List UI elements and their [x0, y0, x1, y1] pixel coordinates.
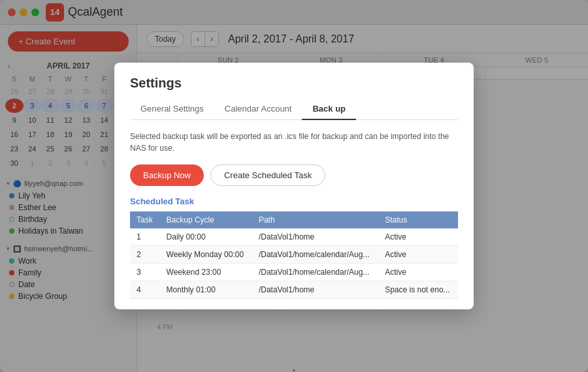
task-cell: Daily 00:00: [160, 228, 252, 246]
scheduled-task-title: Scheduled Task: [137, 196, 458, 206]
status-cell: Active: [378, 246, 458, 264]
status-cell: Space is not eno...: [378, 281, 458, 299]
task-cell: Monthly 01:00: [160, 281, 252, 299]
task-cell: /DataVol1/home/calendar/Aug...: [252, 264, 378, 281]
col-task: Task: [137, 211, 160, 228]
status-cell: Active: [378, 228, 458, 246]
modal-overlay: Settings General Settings Calendar Accou…: [137, 25, 588, 372]
task-cell: /DataVol1/home: [252, 281, 378, 299]
content-area: Today ‹ › April 2, 2017 - April 8, 2017 …: [137, 25, 588, 372]
col-backup-cycle: Backup Cycle: [160, 211, 252, 228]
table-row[interactable]: 1Daily 00:00/DataVol1/homeActive: [137, 228, 458, 246]
col-path: Path: [252, 211, 378, 228]
status-cell: Active: [378, 264, 458, 281]
tab-general-settings[interactable]: General Settings: [137, 99, 214, 120]
app-window: 14 QcalAgent + Create Event ‹ APRIL 2017…: [0, 0, 588, 372]
task-cell: 3: [137, 264, 160, 281]
tab-backup[interactable]: Back up: [302, 99, 356, 120]
task-cell: /DataVol1/home/calendar/Aug...: [252, 246, 378, 264]
task-cell: 4: [137, 281, 160, 299]
modal-body: Selected backup task will be exported as…: [137, 120, 474, 309]
modal-actions: Backup Now Create Scheduled Task: [137, 164, 458, 186]
task-cell: /DataVol1/home: [252, 228, 378, 246]
task-cell: Weekend 23:00: [160, 264, 252, 281]
modal-title: Settings: [137, 63, 474, 91]
table-row[interactable]: 4Monthly 01:00/DataVol1/homeSpace is not…: [137, 281, 458, 299]
main-layout: + Create Event ‹ APRIL 2017 › S M T W: [0, 25, 588, 372]
col-status: Status: [378, 211, 458, 228]
backup-now-button[interactable]: Backup Now: [137, 164, 204, 186]
modal-description: Selected backup task will be exported as…: [137, 131, 458, 154]
settings-modal: Settings General Settings Calendar Accou…: [137, 63, 474, 309]
tab-calendar-account[interactable]: Calendar Account: [214, 99, 302, 120]
task-cell: 2: [137, 246, 160, 264]
create-scheduled-task-button[interactable]: Create Scheduled Task: [210, 164, 325, 186]
task-cell: 1: [137, 228, 160, 246]
task-cell: Weekly Monday 00:00: [160, 246, 252, 264]
table-row[interactable]: 3Weekend 23:00/DataVol1/home/calendar/Au…: [137, 264, 458, 281]
table-row[interactable]: 2Weekly Monday 00:00/DataVol1/home/calen…: [137, 246, 458, 264]
task-table: Task Backup Cycle Path Status 1Daily 00:…: [137, 211, 458, 299]
modal-tabs: General Settings Calendar Account Back u…: [137, 99, 458, 120]
